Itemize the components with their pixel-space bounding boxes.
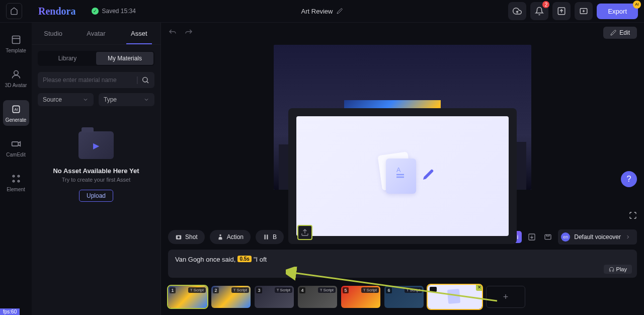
app-header: Rendora ✓ Saved 15:34 Art Review 2 Expor… bbox=[0, 0, 644, 23]
shot-button[interactable]: Shot bbox=[168, 230, 205, 244]
template-icon bbox=[10, 34, 22, 46]
fullscreen-button[interactable] bbox=[629, 211, 637, 219]
person-icon bbox=[217, 233, 224, 241]
empty-folder-icon bbox=[78, 131, 114, 159]
timeline: 1 T Script 2 T Script 3 T Script 4 T Scr… bbox=[161, 281, 644, 315]
thumb-script-badge: T Script bbox=[188, 287, 206, 293]
export-button[interactable]: Export AI bbox=[597, 4, 638, 19]
timeline-thumb-5[interactable]: 5 T Script bbox=[341, 286, 380, 308]
cloud-button[interactable] bbox=[508, 2, 526, 20]
download-button[interactable] bbox=[526, 231, 538, 243]
edit-title-icon bbox=[337, 8, 343, 14]
headphones-icon bbox=[609, 267, 614, 272]
camera-small-icon bbox=[175, 233, 182, 241]
timeline-thumb-6[interactable]: 6 T Script bbox=[384, 286, 424, 308]
chevron-right-icon bbox=[625, 234, 631, 240]
share-icon bbox=[557, 7, 566, 16]
empty-title: No Asset Available Here Yet bbox=[53, 167, 139, 175]
timeline-thumb-3[interactable]: 3 T Script bbox=[255, 286, 294, 308]
chevron-down-icon bbox=[83, 97, 89, 103]
svg-point-7 bbox=[13, 175, 14, 177]
folder-button[interactable] bbox=[575, 2, 593, 20]
left-rail: Template 3D Avatar AI Generate CamEdit E… bbox=[0, 23, 32, 315]
notif-badge: 2 bbox=[542, 1, 549, 8]
camera-icon bbox=[10, 138, 22, 150]
rail-3d-avatar[interactable]: 3D Avatar bbox=[3, 65, 29, 91]
svg-point-9 bbox=[13, 180, 14, 182]
element-icon bbox=[10, 173, 22, 185]
script-text-pre: Van Gogh once said, bbox=[175, 256, 235, 263]
script-text-post: "I oft bbox=[254, 256, 267, 263]
search-input[interactable] bbox=[43, 76, 133, 84]
check-icon: ✓ bbox=[92, 8, 99, 15]
svg-rect-20 bbox=[545, 234, 551, 239]
fps-counter: fps:60 bbox=[0, 308, 20, 315]
upload-button[interactable]: Upload bbox=[79, 190, 113, 202]
rail-generate[interactable]: AI Generate bbox=[3, 100, 29, 126]
svg-rect-18 bbox=[267, 234, 268, 239]
notifications-button[interactable]: 2 bbox=[530, 2, 548, 20]
avatar-icon bbox=[10, 68, 22, 81]
save-button[interactable] bbox=[542, 231, 554, 243]
subtab-my-materials[interactable]: My Materials bbox=[96, 52, 153, 65]
asset-panel: Studio Avatar Asset Library My Materials… bbox=[32, 23, 161, 315]
save-icon bbox=[544, 233, 552, 241]
add-scene-button[interactable]: + bbox=[486, 286, 525, 308]
modal-upload-button[interactable] bbox=[297, 225, 312, 240]
rail-template[interactable]: Template bbox=[3, 31, 29, 56]
saved-status: ✓ Saved 15:34 bbox=[92, 8, 135, 15]
saved-text: Saved 15:34 bbox=[102, 8, 135, 15]
cloud-icon bbox=[513, 7, 522, 16]
edit-button[interactable]: Edit bbox=[603, 27, 637, 39]
redo-button[interactable] bbox=[184, 28, 193, 37]
svg-rect-17 bbox=[265, 234, 266, 239]
ai-icon: AI bbox=[10, 103, 22, 115]
action-button[interactable]: Action bbox=[210, 230, 251, 244]
search-icon[interactable] bbox=[141, 76, 149, 84]
canvas-area: Edit bbox=[161, 23, 644, 315]
timing-badge: 0.5s bbox=[237, 256, 251, 262]
pencil-icon bbox=[610, 30, 616, 36]
svg-point-10 bbox=[18, 180, 19, 182]
timeline-thumb-1[interactable]: 1 T Script bbox=[168, 286, 207, 308]
script-box[interactable]: Van Gogh once said, 0.5s "I oft Play bbox=[168, 250, 637, 278]
export-ai-badge: AI bbox=[633, 1, 641, 9]
thumb-close-button[interactable]: ✕ bbox=[476, 285, 482, 291]
bell-icon bbox=[535, 7, 544, 16]
voiceover-select[interactable]: en Default voiceover bbox=[558, 229, 637, 245]
rail-element[interactable]: Element bbox=[3, 170, 29, 195]
svg-text:AI: AI bbox=[14, 107, 18, 112]
tab-asset[interactable]: Asset bbox=[118, 23, 160, 44]
modal-preview: A bbox=[296, 116, 509, 236]
timeline-thumb-2[interactable]: 2 T Script bbox=[211, 286, 251, 308]
type-select[interactable]: Type bbox=[99, 93, 154, 106]
folder-plus-icon bbox=[579, 7, 588, 16]
chevron-down-icon bbox=[143, 97, 149, 103]
pause-icon bbox=[263, 233, 270, 241]
svg-point-15 bbox=[178, 236, 180, 239]
help-button[interactable]: ? bbox=[621, 171, 637, 187]
svg-point-8 bbox=[18, 175, 19, 177]
subtab-library[interactable]: Library bbox=[39, 52, 96, 65]
rail-camedit[interactable]: CamEdit bbox=[3, 135, 29, 161]
search-row: | bbox=[38, 72, 154, 88]
play-button[interactable]: Play bbox=[604, 265, 632, 274]
tab-avatar[interactable]: Avatar bbox=[74, 23, 117, 44]
svg-text:A: A bbox=[396, 167, 401, 174]
share-button[interactable] bbox=[552, 2, 571, 20]
timeline-thumb-4[interactable]: 4 T Script bbox=[298, 286, 337, 308]
svg-rect-6 bbox=[12, 142, 18, 146]
svg-point-16 bbox=[219, 234, 221, 237]
b-button[interactable]: B bbox=[256, 230, 284, 244]
voice-lang-badge: en bbox=[561, 232, 570, 242]
document-illustration: A bbox=[375, 153, 430, 199]
timeline-thumb-current[interactable]: ✕ bbox=[428, 285, 482, 309]
logo: Rendora bbox=[38, 6, 75, 17]
source-select[interactable]: Source bbox=[38, 93, 94, 106]
tab-studio[interactable]: Studio bbox=[32, 23, 74, 44]
home-button[interactable] bbox=[6, 3, 22, 19]
svg-rect-2 bbox=[12, 36, 20, 44]
undo-button[interactable] bbox=[168, 28, 177, 37]
project-title[interactable]: Art Review bbox=[217, 8, 428, 15]
home-icon bbox=[10, 7, 18, 15]
